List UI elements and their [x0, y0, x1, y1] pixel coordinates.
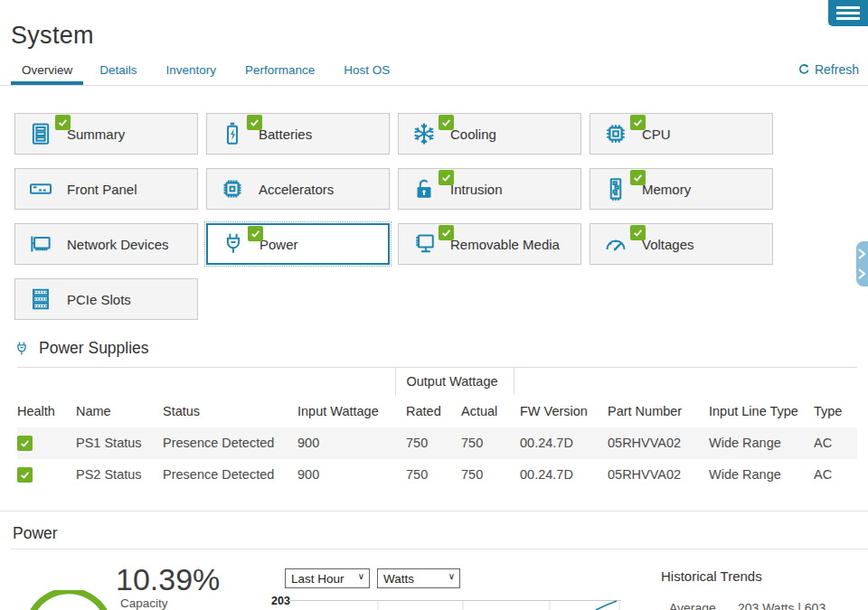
battery-icon: [219, 120, 246, 147]
tab-inventory[interactable]: Inventory: [166, 63, 217, 85]
tab-performance[interactable]: Performance: [245, 63, 315, 85]
time-range-select[interactable]: Last Hour: [286, 569, 369, 587]
tab-host-os[interactable]: Host OS: [344, 63, 390, 85]
side-panel-handle[interactable]: [856, 241, 868, 286]
chart-y-axis-label: 203: [271, 595, 290, 607]
cooling-icon: [410, 120, 438, 147]
tile-removable-media[interactable]: Removable Media: [398, 223, 581, 265]
health-cell: [17, 459, 76, 491]
tile-voltages[interactable]: Voltages: [590, 223, 773, 265]
chevron-right-icon: [856, 241, 868, 286]
memory-icon: [602, 175, 629, 202]
power-usage-chart: [290, 600, 621, 610]
capacity-block: 10.39% Capacity: [116, 562, 220, 610]
tile-intrusion[interactable]: Intrusion: [398, 168, 581, 210]
tile-label: Summary: [67, 127, 125, 142]
table-header-row: HealthNameStatusInput WattageRatedActual…: [17, 395, 857, 427]
tile-label: Cooling: [450, 127, 496, 142]
power-supplies-heading: Power Supplies: [13, 339, 149, 358]
table-row-ps2-status: PS2 StatusPresence Detected90075075000.2…: [17, 459, 857, 491]
power-supplies-table: Output Wattage HealthNameStatusInput Wat…: [17, 367, 857, 491]
tiles-grid: Summary Batteries Cooling CPU Front Pane…: [14, 113, 773, 320]
tile-label: Network Devices: [67, 237, 169, 252]
tile-label: Memory: [642, 182, 691, 197]
refresh-label: Refresh: [815, 62, 859, 77]
check-badge-icon: [630, 225, 646, 240]
tile-label: Voltages: [642, 237, 694, 252]
cpu-icon: [602, 120, 629, 147]
tile-cooling[interactable]: Cooling: [398, 113, 581, 155]
power-supplies-title: Power Supplies: [39, 339, 149, 358]
removable-media-icon: [410, 230, 438, 258]
tile-front-panel[interactable]: Front Panel: [14, 168, 198, 210]
col-input-wattage: Input Wattage: [297, 395, 395, 427]
menu-button[interactable]: [828, 0, 868, 26]
table-group-header-row: Output Wattage: [17, 368, 857, 395]
capacity-gauge: [27, 590, 108, 610]
check-badge-icon: [439, 115, 454, 130]
average-value: 203 Watts | 603: [738, 601, 826, 610]
power-icon: [220, 230, 247, 258]
check-badge-icon: [439, 225, 454, 240]
check-badge-icon: [630, 115, 646, 130]
pcie-icon: [27, 286, 54, 313]
section-divider: [0, 511, 868, 511]
unit-select-wrap: Watts: [377, 568, 460, 588]
tile-summary[interactable]: Summary: [14, 113, 198, 155]
col-health: Health: [17, 395, 76, 427]
col-actual: Actual: [461, 395, 514, 427]
intrusion-icon: [410, 175, 438, 202]
page-title: System: [11, 22, 94, 50]
tile-accelerators[interactable]: Accelerators: [206, 168, 390, 210]
unit-select[interactable]: Watts: [378, 569, 459, 587]
col-name: Name: [76, 395, 163, 427]
power-heading: Power: [13, 524, 58, 543]
tile-batteries[interactable]: Batteries: [206, 113, 390, 155]
tile-label: Front Panel: [67, 182, 137, 197]
table-row-ps1-status: PS1 StatusPresence Detected90075075000.2…: [17, 427, 857, 459]
check-badge-icon: [55, 115, 71, 130]
refresh-button[interactable]: Refresh: [797, 62, 859, 77]
output-wattage-group-header: Output Wattage: [395, 368, 514, 395]
col-part-number: Part Number: [608, 395, 709, 427]
power-title: Power: [13, 524, 58, 543]
col-type: Type: [814, 395, 857, 427]
historical-trends-title: Historical Trends: [661, 568, 762, 584]
summary-icon: [27, 120, 54, 147]
col-rated: Rated: [395, 395, 461, 427]
capacity-label: Capacity: [120, 596, 220, 610]
tab-overview[interactable]: Overview: [11, 63, 83, 85]
tile-label: Accelerators: [259, 182, 334, 197]
time-range-select-wrap: Last Hour: [285, 568, 370, 588]
tile-pcie-slots[interactable]: PCIe Slots: [14, 278, 198, 320]
tile-label: Power: [259, 237, 298, 252]
tile-memory[interactable]: Memory: [590, 168, 773, 210]
col-fw-version: FW Version: [514, 395, 608, 427]
voltages-icon: [602, 230, 629, 258]
power-plug-icon: [13, 340, 31, 358]
tile-label: PCIe Slots: [67, 292, 131, 307]
historical-average-row: Average 203 Watts | 603: [669, 601, 826, 610]
refresh-icon: [797, 63, 810, 76]
check-badge-icon: [439, 170, 454, 185]
average-label: Average: [669, 601, 716, 610]
health-ok-icon: [17, 436, 33, 451]
tile-label: Intrusion: [450, 182, 503, 197]
tile-power[interactable]: Power: [206, 223, 390, 265]
tabs: OverviewDetailsInventoryPerformanceHost …: [0, 58, 868, 86]
tile-network-devices[interactable]: Network Devices: [14, 223, 198, 265]
check-badge-icon: [630, 170, 646, 185]
accelerators-icon: [219, 175, 246, 202]
col-input-line-type: Input Line Type: [709, 395, 814, 427]
check-badge-icon: [247, 115, 262, 130]
health-cell: [17, 427, 76, 459]
tile-label: Removable Media: [450, 237, 560, 252]
check-badge-icon: [248, 226, 263, 241]
tab-details[interactable]: Details: [99, 63, 137, 85]
network-icon: [27, 230, 54, 258]
tile-label: CPU: [642, 127, 671, 142]
capacity-percent: 10.39%: [116, 562, 220, 596]
tile-cpu[interactable]: CPU: [590, 113, 773, 155]
hamburger-icon: [836, 6, 860, 9]
front-panel-icon: [27, 175, 54, 202]
